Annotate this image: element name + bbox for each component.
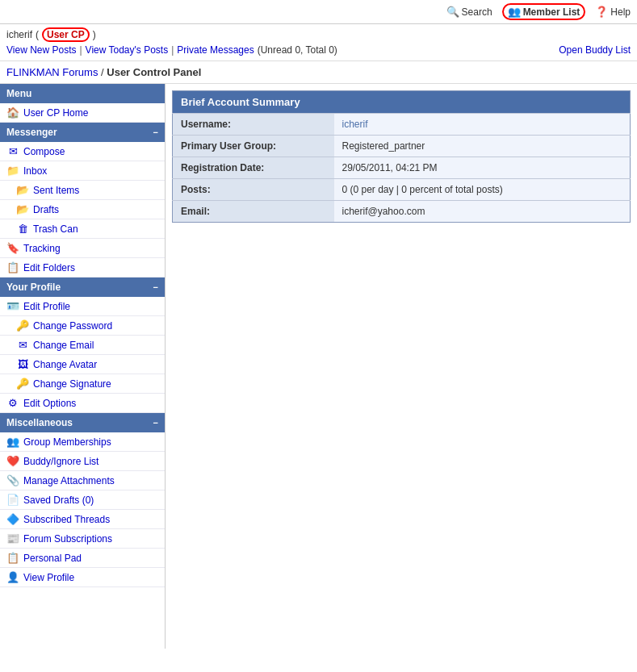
sidebar-item-sent-items[interactable]: 📂 Sent Items (0, 181, 165, 200)
help-link[interactable]: ❓ Help (595, 6, 631, 18)
registration-label: Registration Date: (173, 157, 334, 179)
avatar-icon: 🖼 (16, 358, 29, 370)
breadcrumb: icherif ( User CP ) (6, 27, 631, 42)
sidebar-item-edit-folders[interactable]: 📋 Edit Folders (0, 258, 165, 278)
signature-icon: 🔑 (16, 378, 29, 390)
nav-links-row: View New Posts | View Today's Posts | Pr… (6, 44, 631, 56)
usercp-breadcrumb-link[interactable]: User CP (42, 27, 90, 42)
sidebar-item-change-avatar[interactable]: 🖼 Change Avatar (0, 355, 165, 374)
sidebar-item-buddy-ignore[interactable]: ❤️ Buddy/Ignore List (0, 452, 165, 471)
folders-icon: 📋 (6, 261, 19, 273)
trash-icon: 🗑 (16, 223, 29, 235)
drafts-icon: 📂 (16, 203, 29, 215)
sent-icon: 📂 (16, 184, 29, 196)
username-breadcrumb[interactable]: icherif (6, 29, 32, 40)
username-value: icherif (334, 114, 631, 136)
table-row-email: Email: icherif@yahoo.com (173, 201, 631, 223)
sidebar-item-view-profile[interactable]: 👤 View Profile (0, 568, 165, 587)
table-row-group: Primary User Group: Registered_partner (173, 136, 631, 157)
main-layout: Menu 🏠 User CP Home Messenger − ✉ Compos… (0, 84, 637, 649)
sidebar-item-edit-profile[interactable]: 🪪 Edit Profile (0, 297, 165, 316)
subscribed-threads-icon: 🔷 (6, 513, 19, 525)
view-new-posts-link[interactable]: View New Posts (6, 44, 76, 56)
table-row-username: Username: icherif (173, 114, 631, 136)
sub-navigation: icherif ( User CP ) View New Posts | Vie… (0, 24, 637, 61)
group-value: Registered_partner (334, 136, 631, 157)
posts-label: Posts: (173, 179, 334, 201)
sidebar-item-change-email[interactable]: ✉ Change Email (0, 336, 165, 355)
forum-subs-icon: 📰 (6, 532, 19, 545)
view-today-posts-link[interactable]: View Today's Posts (86, 44, 169, 56)
sidebar-item-change-password[interactable]: 🔑 Change Password (0, 316, 165, 336)
sidebar-item-edit-options[interactable]: ⚙ Edit Options (0, 394, 165, 413)
sidebar-item-saved-drafts[interactable]: 📄 Saved Drafts (0) (0, 490, 165, 510)
page-title-bar: FLINKMAN Forums / User Control Panel (0, 61, 637, 84)
members-icon: 👥 (508, 6, 521, 18)
sidebar-item-tracking[interactable]: 🔖 Tracking (0, 239, 165, 258)
sidebar-profile-header: Your Profile − (0, 278, 165, 297)
email-value: icherif@yahoo.com (334, 201, 631, 223)
content-area: Brief Account Summary Username: icherif … (166, 84, 637, 229)
sidebar-item-trash-can[interactable]: 🗑 Trash Can (0, 219, 165, 239)
search-link[interactable]: 🔍 Search (446, 6, 492, 18)
options-icon: ⚙ (6, 397, 19, 409)
attachment-icon: 📎 (6, 474, 19, 486)
sidebar-item-personal-pad[interactable]: 📋 Personal Pad (0, 549, 165, 568)
compose-icon: ✉ (6, 145, 19, 157)
sidebar: Menu 🏠 User CP Home Messenger − ✉ Compos… (0, 84, 166, 649)
summary-table-header: Brief Account Summary (173, 91, 631, 114)
group-label: Primary User Group: (173, 136, 334, 157)
misc-collapse-btn[interactable]: − (153, 418, 158, 428)
email-label: Email: (173, 201, 334, 223)
email-icon: ✉ (16, 339, 29, 351)
sidebar-item-usercp-home[interactable]: 🏠 User CP Home (0, 103, 165, 123)
account-summary-table: Brief Account Summary Username: icherif … (172, 90, 631, 223)
sidebar-item-inbox[interactable]: 📁 Inbox (0, 161, 165, 181)
registration-value: 29/05/2011, 04:21 PM (334, 157, 631, 179)
key-icon: 🔑 (16, 319, 29, 332)
username-link[interactable]: icherif (342, 119, 368, 130)
private-messages-link[interactable]: Private Messages (177, 44, 254, 56)
memberlist-link[interactable]: 👥 Member List (502, 3, 586, 20)
group-icon: 👥 (6, 436, 19, 448)
username-label: Username: (173, 114, 334, 136)
table-row-posts: Posts: 0 (0 per day | 0 percent of total… (173, 179, 631, 201)
messenger-collapse-btn[interactable]: − (153, 127, 158, 137)
table-row-registration: Registration Date: 29/05/2011, 04:21 PM (173, 157, 631, 179)
forum-home-link[interactable]: FLINKMAN Forums (6, 66, 98, 78)
sidebar-messenger-header: Messenger − (0, 123, 165, 142)
view-profile-icon: 👤 (6, 571, 19, 583)
inbox-icon: 📁 (6, 165, 19, 177)
top-navigation: 🔍 Search 👥 Member List ❓ Help (0, 0, 637, 24)
tracking-icon: 🔖 (6, 242, 19, 254)
pm-status: (Unread 0, Total 0) (258, 44, 337, 56)
buddy-icon: ❤️ (6, 455, 19, 467)
home-icon: 🏠 (6, 106, 19, 119)
help-icon: ❓ (595, 6, 608, 18)
sidebar-item-group-memberships[interactable]: 👥 Group Memberships (0, 432, 165, 452)
open-buddy-list-link[interactable]: Open Buddy List (559, 44, 631, 56)
profile-collapse-btn[interactable]: − (153, 282, 158, 292)
sidebar-item-subscribed-threads[interactable]: 🔷 Subscribed Threads (0, 510, 165, 529)
personal-pad-icon: 📋 (6, 552, 19, 564)
posts-value: 0 (0 per day | 0 percent of total posts) (334, 179, 631, 201)
search-icon: 🔍 (446, 6, 459, 18)
saved-drafts-icon: 📄 (6, 494, 19, 506)
sidebar-item-manage-attachments[interactable]: 📎 Manage Attachments (0, 471, 165, 490)
sidebar-item-change-signature[interactable]: 🔑 Change Signature (0, 374, 165, 394)
sidebar-menu-header: Menu (0, 84, 165, 103)
edit-profile-icon: 🪪 (6, 300, 19, 312)
page-title: User Control Panel (107, 66, 201, 78)
sidebar-misc-header: Miscellaneous − (0, 413, 165, 432)
sidebar-item-drafts[interactable]: 📂 Drafts (0, 200, 165, 219)
sidebar-item-compose[interactable]: ✉ Compose (0, 142, 165, 161)
sidebar-item-forum-subscriptions[interactable]: 📰 Forum Subscriptions (0, 529, 165, 549)
